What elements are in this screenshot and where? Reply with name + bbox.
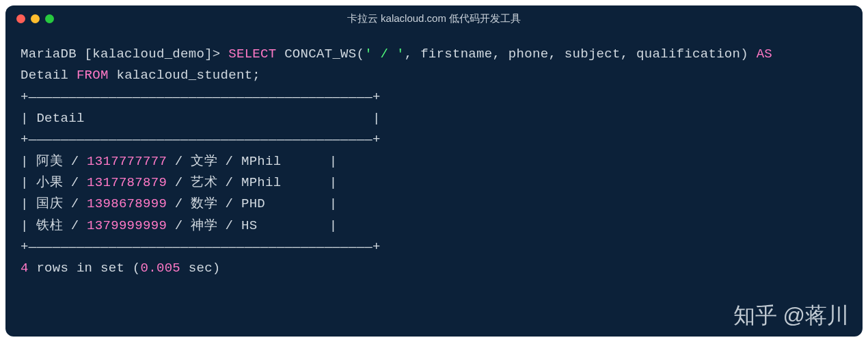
summary-text: rows in set ( <box>29 261 141 276</box>
query-time: 0.005 <box>141 261 181 276</box>
row-suffix: / 神学 / HS | <box>167 218 337 233</box>
keyword-as: AS <box>748 47 772 62</box>
table-name: kalacloud_student; <box>109 68 260 83</box>
row-suffix: / 艺术 / MPhil | <box>167 175 337 190</box>
summary-end: sec) <box>180 261 221 276</box>
table-header: | Detail | <box>21 108 847 129</box>
sql-query-line: MariaDB [kalacloud_demo]> SELECT CONCAT_… <box>21 44 847 87</box>
table-rows: | 阿美 / 1317777777 / 文学 / MPhil || 小果 / 1… <box>21 151 847 237</box>
lparen: ( <box>357 47 365 62</box>
table-row: | 小果 / 1317787879 / 艺术 / MPhil | <box>21 172 847 194</box>
arg-qualification: qualification <box>636 47 740 62</box>
table-row: | 铁柱 / 1379999999 / 神学 / HS | <box>21 215 847 237</box>
row-prefix: | 小果 / <box>21 175 87 190</box>
row-prefix: | 国庆 / <box>21 196 87 211</box>
terminal-content: MariaDB [kalacloud_demo]> SELECT CONCAT_… <box>5 31 863 292</box>
table-border-top: +———————————————————————————————————————… <box>21 87 847 108</box>
maximize-icon[interactable] <box>45 14 54 23</box>
alias-name: Detail <box>21 68 68 83</box>
table-row: | 阿美 / 1317777777 / 文学 / MPhil | <box>21 151 847 172</box>
window-title: 卡拉云 kalacloud.com 低代码开发工具 <box>347 12 521 25</box>
row-suffix: / 数学 / PHD | <box>167 196 337 211</box>
function-name: CONCAT_WS <box>284 47 356 62</box>
title-bar: 卡拉云 kalacloud.com 低代码开发工具 <box>5 5 863 31</box>
row-phone-number: 1317777777 <box>87 154 167 169</box>
row-phone-number: 1379999999 <box>87 218 167 233</box>
comma: , <box>548 47 564 62</box>
comma: , <box>492 47 508 62</box>
row-phone-number: 1398678999 <box>87 196 167 211</box>
table-row: | 国庆 / 1398678999 / 数学 / PHD | <box>21 194 847 215</box>
comma: , <box>405 47 420 62</box>
table-border-bottom: +———————————————————————————————————————… <box>21 237 847 258</box>
string-separator: ' / ' <box>364 47 405 62</box>
close-icon[interactable] <box>16 14 25 23</box>
arg-subject: subject <box>565 47 621 62</box>
row-prefix: | 阿美 / <box>21 154 87 169</box>
row-count: 4 <box>21 261 29 276</box>
traffic-lights <box>16 14 54 23</box>
row-phone-number: 1317787879 <box>87 175 167 190</box>
row-suffix: / 文学 / MPhil | <box>167 154 337 169</box>
result-summary: 4 rows in set (0.005 sec) <box>21 258 847 279</box>
comma: , <box>621 47 636 62</box>
table-border-mid: +———————————————————————————————————————… <box>21 129 847 150</box>
terminal-window: 卡拉云 kalacloud.com 低代码开发工具 MariaDB [kalac… <box>5 5 863 337</box>
arg-phone: phone <box>508 47 549 62</box>
keyword-select: SELECT <box>228 47 276 62</box>
rparen: ) <box>740 47 748 62</box>
keyword-from: FROM <box>68 68 109 83</box>
db-prompt: MariaDB [kalacloud_demo]> <box>21 47 228 62</box>
watermark: 知乎 @蒋川 <box>733 301 849 331</box>
row-prefix: | 铁柱 / <box>21 218 87 233</box>
minimize-icon[interactable] <box>31 14 40 23</box>
arg-firstname: firstname <box>420 47 492 62</box>
